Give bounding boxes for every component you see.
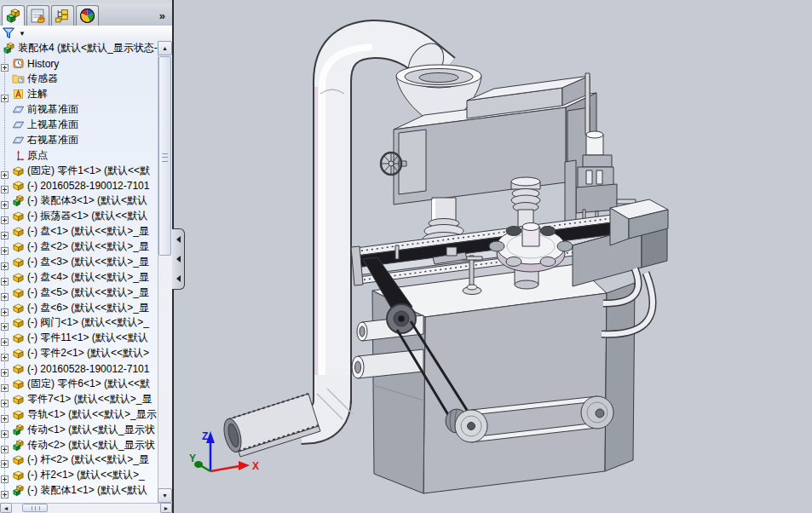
tree-item-label: (-) 阀门<1> (默认<<默认>_	[27, 315, 149, 330]
panel-collapse-splitter[interactable]	[172, 228, 185, 290]
tree-item[interactable]: 前视基准面	[0, 102, 158, 118]
tab-overflow-chevron[interactable]: »	[159, 9, 165, 22]
assembly-icon	[3, 42, 15, 55]
tree-item[interactable]: (-) 零件11<1> (默认<<默认	[0, 331, 158, 346]
tree-item[interactable]: (-) 杆<2> (默认<<默认>_显	[0, 452, 158, 468]
part-icon	[12, 316, 25, 329]
filter-funnel-icon	[2, 26, 15, 40]
expand-toggle-icon[interactable]	[1, 487, 9, 494]
tree-item[interactable]: 传感器	[0, 72, 158, 87]
tree-item[interactable]: History	[0, 56, 158, 72]
tree-item[interactable]: (-) 振荡器<1> (默认<<默认	[0, 209, 158, 224]
tree-item[interactable]: 传动<2> (默认<默认_显示状	[0, 437, 158, 452]
base-cabinet	[372, 264, 635, 493]
expand-toggle-icon[interactable]	[1, 395, 9, 403]
expand-toggle-icon[interactable]	[1, 274, 9, 281]
history-icon	[12, 57, 25, 70]
tree-item[interactable]: (-) 装配体3<1> (默认<默认	[0, 193, 158, 209]
expand-toggle-icon[interactable]	[1, 167, 9, 175]
tree-item[interactable]: (-) 盘<4> (默认<<默认>_显	[0, 269, 158, 285]
tree-item[interactable]: (-) 装配体1<1> (默认<默认	[0, 483, 158, 499]
tab-displaymanager[interactable]	[76, 5, 99, 26]
tree-item[interactable]: 导轨<1> (默认<<默认>_显示	[0, 406, 158, 422]
expand-toggle-icon[interactable]	[1, 471, 9, 479]
filter-bar[interactable]: ▼	[0, 26, 172, 42]
tree-item[interactable]: (-) 零件2<1> (默认<<默认>	[0, 346, 158, 361]
part-icon	[12, 179, 25, 192]
tree-item-label: (-) 20160528-190012-7101	[27, 363, 149, 375]
expand-toggle-icon[interactable]	[1, 349, 9, 357]
tree-item[interactable]: 装配体4 (默认<默认_显示状态-	[0, 41, 158, 56]
tree-item-label: (-) 盘<4> (默认<<默认>_显	[27, 270, 149, 285]
part-icon	[12, 378, 25, 390]
expand-toggle-icon[interactable]	[1, 60, 9, 67]
tree-item-label: (-) 零件11<1> (默认<<默认	[27, 331, 148, 345]
tree-item[interactable]: 右视基准面	[0, 132, 158, 147]
plane-icon	[12, 118, 25, 131]
expand-toggle-icon[interactable]	[1, 289, 9, 297]
expand-toggle-icon[interactable]	[1, 411, 9, 418]
tree-item-label: (-) 杆2<1> (默认<<默认>_	[27, 468, 145, 482]
expand-toggle-icon[interactable]	[1, 258, 9, 266]
vertical-scroll-thumb[interactable]	[158, 56, 171, 256]
tree-item[interactable]: 注解	[0, 87, 158, 102]
scroll-left-button[interactable]: ◄	[0, 503, 12, 513]
expand-toggle-icon[interactable]	[1, 441, 9, 449]
tree-item[interactable]: 零件7<1> (默认<<默认>_显	[0, 391, 158, 406]
tree-item-label: History	[27, 58, 59, 70]
tree-item[interactable]: (-) 20160528-190012-7101	[0, 361, 158, 377]
tree-item[interactable]: (-) 盘<6> (默认<<默认>_显	[0, 300, 158, 315]
horizontal-scroll-thumb[interactable]	[22, 504, 48, 512]
tab-propertymanager[interactable]	[26, 5, 49, 26]
scroll-up-button[interactable]: ▲	[158, 41, 172, 55]
tree-item[interactable]: 传动<1> (默认<默认_显示状	[0, 422, 158, 437]
outlet-chute	[221, 375, 353, 457]
expand-toggle-icon[interactable]	[1, 182, 9, 189]
tree-item[interactable]: (-) 阀门<1> (默认<<默认>_	[0, 315, 158, 331]
part-icon	[12, 408, 25, 421]
tree-item[interactable]: (-) 盘<5> (默认<<默认>_显	[0, 285, 158, 300]
tree-item-label: (固定) 零件6<1> (默认<<默	[27, 377, 150, 391]
featuremanager-panel: » ▼ 装配体4 (默认<默认_显示状态- History 传感器	[0, 0, 174, 513]
scroll-right-button[interactable]: ►	[160, 503, 172, 513]
part-icon	[12, 393, 25, 406]
assembly-icon	[12, 424, 25, 436]
expand-toggle-icon[interactable]	[1, 380, 9, 388]
tree-item[interactable]: 原点	[0, 147, 158, 163]
expand-toggle-icon[interactable]	[1, 243, 9, 251]
expand-toggle-icon[interactable]	[1, 90, 9, 98]
expand-toggle-icon[interactable]	[1, 212, 9, 220]
triad-x-label: X	[252, 460, 259, 472]
tree-item[interactable]: (固定) 零件1<1> (默认<<默	[0, 163, 158, 178]
scroll-down-button[interactable]: ▼	[158, 488, 172, 503]
tree-item[interactable]: (-) 盘<3> (默认<<默认>_显	[0, 254, 158, 269]
tab-configurationmanager[interactable]	[51, 5, 74, 26]
tree-item[interactable]: (-) 盘<2> (默认<<默认>_显	[0, 239, 158, 255]
feature-tree: 装配体4 (默认<默认_显示状态- History 传感器 注解 前视基准面 上…	[0, 41, 158, 503]
plane-icon	[12, 103, 25, 116]
tree-item-label: (-) 装配体1<1> (默认<默认	[27, 483, 147, 498]
collapse-arrow-icon	[176, 275, 181, 282]
expand-toggle-icon[interactable]	[1, 334, 9, 342]
expand-toggle-icon[interactable]	[1, 365, 9, 372]
tree-item[interactable]: (固定) 零件6<1> (默认<<默	[0, 377, 158, 392]
tree-item[interactable]: (-) 杆2<1> (默认<<默认>_	[0, 468, 158, 483]
expand-toggle-icon[interactable]	[1, 426, 9, 434]
expand-toggle-icon[interactable]	[1, 197, 9, 205]
tree-item-label: 右视基准面	[27, 133, 78, 147]
tree-item[interactable]: (-) 盘<1> (默认<<默认>_显	[0, 224, 158, 239]
scroll-thumb-grip	[162, 153, 168, 162]
tree-item-label: 注解	[27, 87, 48, 101]
part-icon	[12, 271, 25, 284]
part-icon	[12, 362, 25, 375]
tab-featuremanager[interactable]	[2, 5, 25, 26]
expand-toggle-icon[interactable]	[1, 228, 9, 235]
tree-item[interactable]: (-) 20160528-190012-7101	[0, 178, 158, 193]
expand-toggle-icon[interactable]	[1, 456, 9, 464]
expand-toggle-icon[interactable]	[1, 304, 9, 312]
configurationmanager-icon	[55, 8, 71, 24]
tree-item[interactable]: 上视基准面	[0, 117, 158, 132]
displaymanager-icon	[79, 8, 95, 24]
expand-toggle-icon[interactable]	[1, 319, 9, 326]
annotations-icon	[12, 88, 25, 101]
